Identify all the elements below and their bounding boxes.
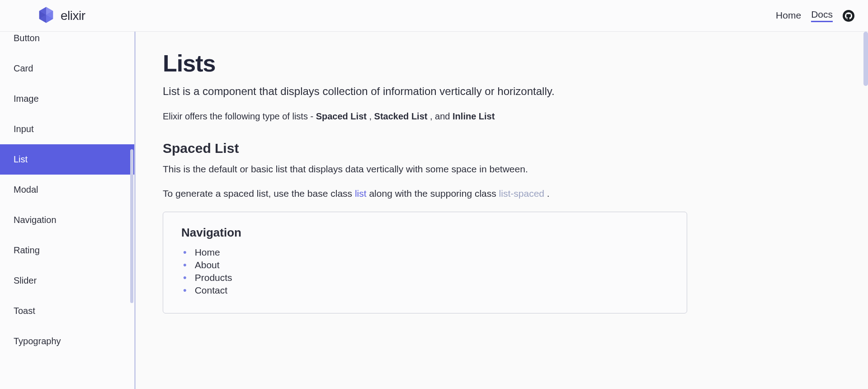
- sep-2: , and: [430, 111, 453, 121]
- sidebar-item-button[interactable]: Button: [0, 32, 134, 53]
- demo-list: HomeAboutProductsContact: [181, 246, 669, 297]
- section-title: Spaced List: [163, 141, 687, 156]
- brand-name: elixir: [61, 9, 85, 23]
- lead-text: List is a component that displays collec…: [163, 85, 687, 98]
- sidebar-item-modal[interactable]: Modal: [0, 175, 134, 205]
- type-spaced: Spaced List: [316, 111, 367, 121]
- sidebar-item-list[interactable]: List: [0, 144, 134, 175]
- brand[interactable]: elixir: [37, 6, 85, 26]
- page-title: Lists: [163, 50, 687, 77]
- types-prefix: Elixir offers the following type of list…: [163, 111, 316, 121]
- github-icon[interactable]: [843, 10, 854, 22]
- nav-home[interactable]: Home: [776, 10, 801, 22]
- logo-icon: [37, 6, 55, 26]
- sidebar-scrollbar[interactable]: [130, 149, 133, 303]
- sidebar-item-image[interactable]: Image: [0, 84, 134, 114]
- sidebar-item-typography[interactable]: Typography: [0, 326, 134, 356]
- list-item: Contact: [183, 284, 669, 297]
- usage-suffix: .: [547, 188, 550, 199]
- sep-1: ,: [369, 111, 374, 121]
- list-item: Products: [183, 271, 669, 284]
- sidebar-item-rating[interactable]: Rating: [0, 235, 134, 266]
- demo-card: Navigation HomeAboutProductsContact: [163, 212, 687, 313]
- list-item: About: [183, 259, 669, 271]
- section-usage: To generate a spaced list, use the base …: [163, 187, 687, 200]
- type-stacked: Stacked List: [374, 111, 428, 121]
- sidebar: AlertAvatarBadgeButtonCardImageInputList…: [0, 32, 136, 389]
- sidebar-item-toast[interactable]: Toast: [0, 296, 134, 326]
- nav-docs[interactable]: Docs: [811, 9, 833, 22]
- usage-middle: along with the supporing class: [369, 188, 499, 199]
- demo-heading: Navigation: [181, 226, 669, 240]
- class-list: list: [355, 188, 367, 199]
- class-list-spaced: list-spaced: [499, 188, 544, 199]
- type-inline: Inline List: [453, 111, 495, 121]
- sidebar-item-navigation[interactable]: Navigation: [0, 205, 134, 235]
- sidebar-item-card[interactable]: Card: [0, 53, 134, 84]
- sidebar-item-input[interactable]: Input: [0, 114, 134, 144]
- usage-prefix: To generate a spaced list, use the base …: [163, 188, 355, 199]
- top-nav: Home Docs: [776, 9, 854, 22]
- list-item: Home: [183, 246, 669, 259]
- sidebar-item-slider[interactable]: Slider: [0, 266, 134, 296]
- section-desc: This is the default or basic list that d…: [163, 162, 687, 176]
- types-line: Elixir offers the following type of list…: [163, 111, 687, 122]
- viewport-scrollbar[interactable]: [863, 32, 868, 389]
- topbar: elixir Home Docs: [0, 0, 868, 32]
- content: Lists List is a component that displays …: [136, 32, 868, 389]
